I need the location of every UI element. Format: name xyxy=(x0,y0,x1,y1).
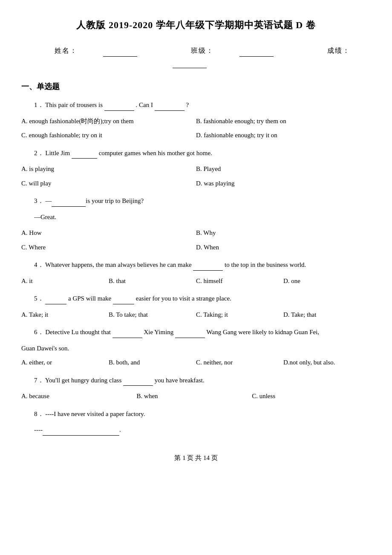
q5-opt-c: C. Taking; it xyxy=(196,309,283,321)
q7-number: 7． xyxy=(34,377,44,384)
question-6: 6． Detective Lu thought that Xie Yiming … xyxy=(34,327,371,338)
q6-text: Detective Lu thought that xyxy=(45,329,112,335)
q7-text2: you have breakfast. xyxy=(155,377,205,384)
name-label: 姓名： xyxy=(42,47,150,54)
q4-opt-d: D. one xyxy=(283,276,371,287)
q6-opt-b: B. both, and xyxy=(109,357,196,368)
q5-opt-b: B. To take; that xyxy=(109,309,196,321)
q3-number: 3． xyxy=(34,197,44,204)
q4-opt-a: A. it xyxy=(21,276,109,287)
q6-options: A. either, or B. both, and C. neither, n… xyxy=(21,357,371,368)
q6-text4: Guan Dawei's son. xyxy=(21,345,69,352)
page-footer: 第 1 页 共 14 页 xyxy=(21,453,371,464)
q1-options-2: C. enough fashionable; try on it D. fash… xyxy=(21,130,371,141)
q1-number: 1． xyxy=(34,101,44,108)
q5-text: a GPS will make xyxy=(68,295,113,302)
q6-opt-c: C. neither, nor xyxy=(196,357,283,368)
q5-options: A. Take; it B. To take; that C. Taking; … xyxy=(21,309,371,321)
page-title: 人教版 2019-2020 学年八年级下学期期中英语试题 D 卷 xyxy=(21,17,371,33)
q2-options: A. is playing B. Played xyxy=(21,164,371,175)
q5-text2: easier for you to visit a strange place. xyxy=(136,295,231,302)
q6-text3: Wang Gang were likely to kidnap Guan Fei… xyxy=(207,329,320,335)
question-8: 8． ----I have never visited a paper fact… xyxy=(34,409,371,420)
info-row: 姓名： 班级： 成绩： xyxy=(21,45,371,68)
q3-dash: — xyxy=(45,197,52,204)
q8-number: 8． xyxy=(34,410,44,417)
q6-opt-a: A. either, or xyxy=(21,357,109,368)
q2-opt-c: C. will play xyxy=(21,178,196,189)
question-4: 4． Whatever happens, the man always beli… xyxy=(34,260,371,271)
q1-options: A. enough fashionable(时尚的);try on them B… xyxy=(21,116,371,127)
question-5: 5． a GPS will make easier for you to vis… xyxy=(34,293,371,304)
q1-opt-a: A. enough fashionable(时尚的);try on them xyxy=(21,116,196,127)
q3-opt-c: C. Where xyxy=(21,242,196,253)
q4-text: Whatever happens, the man always believe… xyxy=(45,261,193,268)
q7-opt-b: B. when xyxy=(137,391,252,402)
q2-opt-a: A. is playing xyxy=(21,164,196,175)
q3-opt-d: D. When xyxy=(196,242,371,253)
q1-text2: . Can I xyxy=(135,101,153,108)
q1-opt-b: B. fashionable enough; try them on xyxy=(196,116,371,127)
section1-title: 一、单选题 xyxy=(21,80,371,93)
q5-number: 5． xyxy=(34,295,44,302)
q4-opt-b: B. that xyxy=(109,276,196,287)
q5-opt-a: A. Take; it xyxy=(21,309,109,321)
q7-opt-a: A. because xyxy=(21,391,137,402)
q4-number: 4． xyxy=(34,261,44,268)
question-3: 3． —is your trip to Beijing? xyxy=(34,196,371,207)
question-3-sub: —Great. xyxy=(34,212,371,223)
q2-number: 2． xyxy=(34,150,44,156)
q8-period: . xyxy=(119,426,121,433)
q1-text3: ? xyxy=(186,101,189,108)
q4-options: A. it B. that C. himself D. one xyxy=(21,276,371,287)
q3-opt-a: A. How xyxy=(21,228,196,239)
q7-text: You'll get hungry during class xyxy=(45,377,123,384)
q3-opt-b: B. Why xyxy=(196,228,371,239)
q1-opt-c: C. enough fashionable; try on it xyxy=(21,130,196,141)
class-label: 班级： xyxy=(178,47,286,54)
q1-opt-d: D. fashionable enough; try it on xyxy=(196,130,371,141)
question-2: 2． Little Jim computer games when his mo… xyxy=(34,148,371,159)
q5-opt-d: D. Take; that xyxy=(283,309,371,321)
q8-dash: ---- xyxy=(34,426,43,433)
q8-reply-row: ----. xyxy=(34,425,371,436)
q2-opt-b: B. Played xyxy=(196,164,371,175)
q3-reply: —Great. xyxy=(34,214,56,220)
q6-opt-d: D.not only, but also. xyxy=(283,357,371,368)
q4-text2: to the top in the business world. xyxy=(225,261,306,268)
question-1: 1． This pair of trousers is . Can I ? xyxy=(34,100,371,111)
q3-options: A. How B. Why xyxy=(21,228,371,239)
q4-opt-c: C. himself xyxy=(196,276,283,287)
q7-options: A. because B. when C. unless xyxy=(21,391,371,402)
q8-text: ----I have never visited a paper factory… xyxy=(45,410,145,417)
q6-text2: Xie Yiming xyxy=(144,329,175,335)
q2-text: Little Jim xyxy=(45,150,70,156)
q1-text: This pair of trousers is xyxy=(45,101,103,108)
q6-number: 6． xyxy=(34,329,44,335)
q6-text-cont: Guan Dawei's son. xyxy=(21,343,371,354)
q2-opt-d: D. was playing xyxy=(196,178,371,189)
q7-opt-c: C. unless xyxy=(252,391,367,402)
question-7: 7． You'll get hungry during class you ha… xyxy=(34,375,371,386)
q2-options-2: C. will play D. was playing xyxy=(21,178,371,189)
q3-text2: is your trip to Beijing? xyxy=(86,197,144,204)
q3-options-2: C. Where D. When xyxy=(21,242,371,253)
q2-text2: computer games when his mother got home. xyxy=(99,150,212,156)
